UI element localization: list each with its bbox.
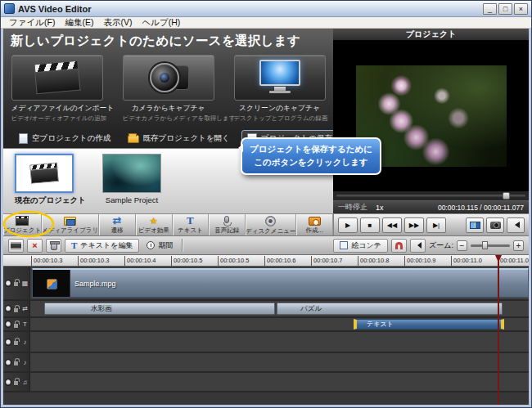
timecode: 00:00:10.115 / 00:00:11.077 bbox=[438, 204, 524, 212]
delete-object-button[interactable]: × bbox=[27, 239, 43, 253]
tutorial-callout: プロジェクトを保存するために このボタンをクリックします bbox=[241, 137, 381, 175]
lock-icon[interactable] bbox=[13, 340, 19, 346]
text-clip[interactable]: テキスト bbox=[354, 319, 504, 330]
current-project-item[interactable]: 現在のプロジェクト bbox=[15, 154, 86, 213]
window-title: AVS Video Editor bbox=[18, 4, 91, 14]
camera-icon bbox=[147, 60, 191, 96]
lock-icon[interactable] bbox=[13, 380, 19, 386]
menu-edit[interactable]: 編集(E) bbox=[60, 17, 98, 29]
project-tab-button[interactable]: プロジェクト bbox=[3, 214, 42, 235]
media-library-button[interactable]: メディアライブラリ bbox=[42, 214, 99, 235]
music-track-icon: ♫ bbox=[20, 379, 29, 386]
eye-icon[interactable] bbox=[5, 379, 11, 386]
preview-seekbar bbox=[333, 191, 529, 200]
video-effects-button[interactable]: ★ ビデオ効果 bbox=[136, 214, 173, 235]
sample-project-thumbnail bbox=[102, 154, 161, 193]
tracks-filler bbox=[3, 392, 529, 405]
toolbar-separator bbox=[182, 239, 183, 252]
next-scene-button[interactable]: ▶| bbox=[426, 217, 446, 233]
open-folder-icon bbox=[128, 135, 139, 143]
stop-button[interactable]: ■ bbox=[360, 217, 380, 233]
zoom-out-button[interactable]: − bbox=[457, 240, 467, 251]
capture-camera-tile[interactable]: カメラからキャプチャ ビデオカメラからメディアを取得します bbox=[123, 55, 214, 123]
snap-magnet-button[interactable] bbox=[391, 239, 407, 253]
edit-text-button[interactable]: T テキストを編集 bbox=[65, 239, 139, 253]
create-empty-project-button[interactable]: 空プロジェクトの作成 bbox=[14, 131, 116, 146]
lock-icon[interactable] bbox=[13, 307, 19, 313]
audio-track-header: ♪ bbox=[3, 332, 30, 352]
ruler-label: 00:00:11.0 bbox=[451, 256, 482, 266]
voice-record-button[interactable]: 音声記録 bbox=[209, 214, 246, 235]
app-icon bbox=[4, 3, 15, 14]
transition-clip[interactable]: パズル bbox=[277, 303, 503, 315]
fullscreen-button[interactable] bbox=[466, 217, 484, 233]
ruler-label: 00:00:10.6 bbox=[264, 256, 295, 266]
screen-capture-tile[interactable]: スクリーンのキャプチャ デスクトップとプログラムの録画 bbox=[234, 55, 326, 123]
timeline-toolbar-right: 絵コンテ ズーム: − + bbox=[333, 239, 524, 253]
play-button[interactable]: ▶ bbox=[338, 217, 358, 233]
disc-menu-button[interactable]: ディスクメニュー bbox=[246, 214, 296, 235]
sample-project-item[interactable]: Sample Project bbox=[102, 154, 161, 213]
zoom-slider-thumb[interactable] bbox=[482, 241, 488, 249]
track-row-video: ▦ Sample.mpg bbox=[3, 267, 529, 301]
snapshot-button[interactable] bbox=[486, 217, 504, 233]
playback-rate: 1x bbox=[376, 204, 384, 212]
text-track-icon: T bbox=[20, 321, 29, 328]
open-existing-project-button[interactable]: 既存プロジェクトを開く bbox=[123, 131, 235, 146]
zoom-in-button[interactable]: + bbox=[513, 240, 524, 251]
screen-capture-sublabel: デスクトップとプログラムの録画 bbox=[234, 114, 326, 123]
text-lane: テキスト bbox=[30, 318, 529, 330]
minimize-button[interactable]: _ bbox=[483, 3, 497, 15]
menu-help[interactable]: ヘルプ(H) bbox=[137, 17, 185, 29]
duration-button[interactable]: 期間 bbox=[142, 240, 177, 251]
edit-clip-button[interactable] bbox=[8, 239, 24, 253]
import-media-sublabel: ビデオ/オーディオファイルの追加 bbox=[11, 114, 103, 123]
lock-icon[interactable] bbox=[13, 361, 19, 366]
eye-icon[interactable] bbox=[5, 339, 11, 346]
eye-icon[interactable] bbox=[5, 359, 11, 366]
sample-project-label: Sample Project bbox=[102, 195, 161, 204]
produce-button[interactable]: 作成... bbox=[296, 214, 333, 235]
eye-icon[interactable] bbox=[5, 321, 11, 328]
title-bar: AVS Video Editor _ □ × bbox=[1, 1, 531, 17]
trash-button[interactable] bbox=[46, 239, 61, 253]
magnet-icon bbox=[395, 242, 403, 249]
video-track-icon: ▦ bbox=[20, 280, 29, 287]
lock-icon[interactable] bbox=[13, 323, 19, 329]
clock-icon bbox=[147, 241, 155, 249]
track-row-music: ♫ bbox=[3, 373, 529, 392]
storyboard-button[interactable]: 絵コンテ bbox=[333, 239, 388, 253]
video-lane: Sample.mpg bbox=[30, 267, 529, 299]
transitions-button[interactable]: ⇄ 遷移 bbox=[99, 214, 136, 235]
seek-track[interactable] bbox=[336, 195, 525, 197]
import-media-label: メディアファイルのインポート bbox=[11, 104, 103, 114]
eye-icon[interactable] bbox=[5, 280, 11, 287]
track-row-voice: ♪ bbox=[3, 353, 529, 373]
timeline-ruler[interactable]: 00:00:10.3 00:00:10.3 00:00:10.4 00:00:1… bbox=[3, 255, 529, 267]
text-button[interactable]: T テキスト bbox=[173, 214, 210, 235]
voice-track-icon: ♪ bbox=[20, 359, 29, 366]
volume-button[interactable] bbox=[507, 217, 525, 233]
lock-icon[interactable] bbox=[13, 281, 19, 287]
menu-file[interactable]: ファイル(F) bbox=[4, 17, 60, 29]
menu-view[interactable]: 表示(V) bbox=[98, 17, 137, 29]
maximize-button[interactable]: □ bbox=[498, 3, 512, 15]
seek-thumb[interactable] bbox=[503, 192, 510, 200]
transport-controls: ▶ ■ ◀◀ ▶▶ ▶| bbox=[333, 214, 529, 235]
ruler-label: 00:00:10.9 bbox=[404, 256, 435, 266]
import-media-tile[interactable]: メディアファイルのインポート ビデオ/オーディオファイルの追加 bbox=[11, 55, 103, 123]
transition-clip[interactable]: 水彩画 bbox=[44, 303, 275, 315]
close-button[interactable]: × bbox=[514, 3, 528, 15]
callout-line2: このボタンをクリックします bbox=[242, 157, 380, 168]
zoom-slider[interactable] bbox=[471, 244, 510, 247]
playhead[interactable] bbox=[498, 255, 499, 405]
eye-icon[interactable] bbox=[5, 305, 11, 312]
source-tiles: メディアファイルのインポート ビデオ/オーディオファイルの追加 カメラからキャプ… bbox=[3, 53, 333, 123]
mute-button[interactable] bbox=[410, 239, 426, 253]
video-clip[interactable]: Sample.mpg bbox=[32, 268, 529, 298]
prev-frame-button[interactable]: ◀◀ bbox=[382, 217, 402, 233]
toolbar-buttons: プロジェクト メディアライブラリ ⇄ 遷移 ★ ビデオ効果 T テキスト bbox=[3, 214, 333, 235]
clapperboard-icon bbox=[34, 61, 80, 96]
next-frame-button[interactable]: ▶▶ bbox=[404, 217, 424, 233]
window-controls: _ □ × bbox=[483, 3, 528, 15]
